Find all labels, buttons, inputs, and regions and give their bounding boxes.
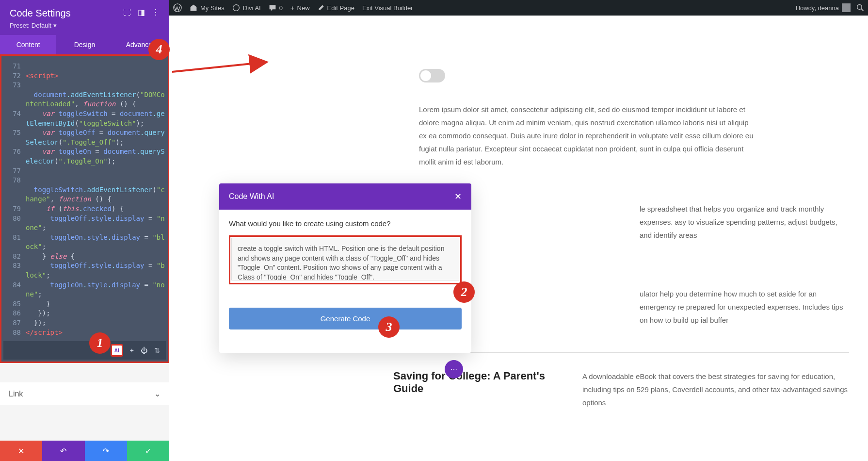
toggle-knob: [420, 70, 431, 81]
callout-3: 3: [378, 316, 400, 338]
module-options-fab[interactable]: ⋯: [445, 360, 463, 379]
tab-content[interactable]: Content: [0, 35, 56, 54]
code-with-ai-modal: Code With AI ✕ What would you like to cr…: [219, 183, 471, 353]
panel-title: Code Settings: [10, 8, 71, 19]
save-button[interactable]: ✓: [127, 441, 169, 461]
section-body: A downloadable eBook that covers the bes…: [582, 370, 849, 409]
my-sites-link[interactable]: My Sites: [190, 4, 225, 12]
close-icon[interactable]: ✕: [454, 191, 462, 202]
ai-prompt-textarea[interactable]: [231, 238, 459, 280]
sort-icon[interactable]: ⇅: [154, 346, 160, 354]
code-editor-highlight: 71 72<script> 73 document.addEventListen…: [0, 54, 169, 363]
lorem-text: Lorem ipsum dolor sit amet, consectetur …: [419, 103, 754, 168]
panel-footer: ✕ ↶ ↷ ✓: [0, 441, 169, 461]
chevron-down-icon: ▾: [53, 22, 57, 29]
tab-design[interactable]: Design: [56, 35, 113, 54]
settings-panel: Code Settings Preset: Default▾ ⛶ ◨ ⋮ Con…: [0, 0, 169, 461]
expand-icon[interactable]: ⛶: [123, 8, 131, 17]
svg-line-4: [172, 62, 267, 72]
howdy-user[interactable]: Howdy, deanna: [796, 3, 851, 12]
prompt-label: What would you like to create using cust…: [229, 219, 462, 228]
toggle-switch[interactable]: [419, 69, 445, 82]
more-icon[interactable]: ⋮: [152, 8, 160, 17]
cancel-button[interactable]: ✕: [0, 441, 42, 461]
panel-tabs: Content Design Advanced: [0, 35, 169, 54]
undo-button[interactable]: ↶: [42, 441, 84, 461]
svg-line-3: [861, 9, 863, 11]
code-editor[interactable]: 71 72<script> 73 document.addEventListen…: [3, 58, 166, 341]
search-icon[interactable]: [856, 4, 864, 12]
section-title: Saving for College: A Parent's Guide: [393, 370, 563, 409]
divi-ai-link[interactable]: Divi AI: [232, 4, 261, 12]
bg-text-spreadsheet: le spreadsheet that helps you organize a…: [640, 202, 838, 242]
callout-2: 2: [453, 281, 475, 303]
wp-admin-bar: My Sites Divi AI 0 +New Edit Page Exit V…: [169, 0, 868, 16]
bg-text-emergency: ulator help you determine how much to se…: [640, 287, 843, 327]
textarea-highlight: [229, 235, 462, 284]
chevron-down-icon: ⌄: [154, 389, 161, 398]
comments-link[interactable]: 0: [269, 4, 283, 12]
link-accordion[interactable]: Link ⌄: [0, 382, 169, 405]
wp-logo-icon[interactable]: [173, 3, 182, 12]
modal-title: Code With AI: [229, 192, 274, 201]
add-icon[interactable]: +: [130, 346, 134, 354]
callout-1: 1: [89, 332, 111, 354]
exit-visual-builder-link[interactable]: Exit Visual Builder: [362, 4, 413, 12]
preset-dropdown[interactable]: Preset: Default▾: [10, 22, 71, 29]
ai-button[interactable]: AI: [111, 344, 123, 357]
svg-point-2: [857, 5, 862, 10]
new-link[interactable]: +New: [290, 4, 310, 12]
avatar: [842, 3, 851, 12]
dock-icon[interactable]: ◨: [138, 8, 145, 17]
callout-4: 4: [148, 39, 170, 60]
generate-code-button[interactable]: Generate Code: [229, 308, 462, 329]
edit-page-link[interactable]: Edit Page: [318, 4, 354, 12]
redo-button[interactable]: ↷: [85, 441, 127, 461]
annotation-arrow: [170, 38, 276, 77]
svg-point-1: [233, 5, 239, 11]
power-icon[interactable]: ⏻: [141, 346, 147, 354]
